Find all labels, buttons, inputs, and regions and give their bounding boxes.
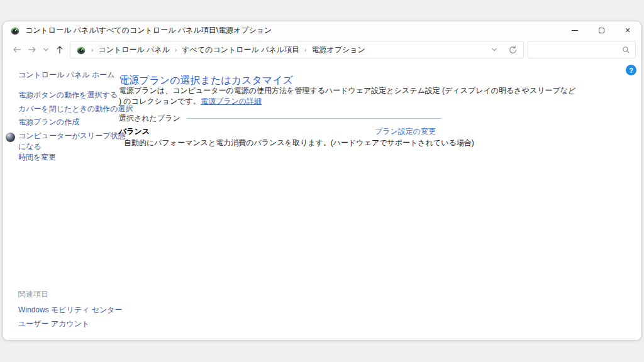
search-input[interactable]: [533, 45, 622, 54]
up-arrow-icon: [55, 45, 65, 55]
power-plan-details-link[interactable]: 電源プランの詳細: [201, 97, 262, 106]
sidebar-item-mobility-center[interactable]: Windows モビリティ センター: [18, 305, 123, 315]
minimize-icon: [572, 30, 578, 31]
breadcrumb-separator: ›: [91, 47, 93, 53]
sidebar-item-change-sleep-time[interactable]: コンピューターがスリープ状態になる 時間を変更: [18, 131, 128, 163]
power-options-icon: [76, 45, 86, 55]
search-box[interactable]: [528, 41, 636, 58]
address-bar[interactable]: › コントロール パネル › すべてのコントロール パネル項目 › 電源オプショ…: [70, 41, 524, 58]
navigation-bar: › コントロール パネル › すべてのコントロール パネル項目 › 電源オプショ…: [3, 39, 641, 60]
section-divider: [187, 118, 441, 119]
intro-text-line2: ) のコレクションです。電源プランの詳細: [119, 96, 441, 107]
window-title: コントロール パネル\すべてのコントロール パネル項目\電源オプション: [25, 25, 272, 36]
sidebar-item-user-accounts[interactable]: ユーザー アカウント: [18, 319, 89, 329]
search-icon: [622, 46, 630, 54]
forward-button[interactable]: [25, 42, 40, 57]
change-plan-settings-link[interactable]: プラン設定の変更: [375, 126, 436, 137]
address-bar-actions: [491, 45, 518, 55]
sidebar-related-header: 関連項目: [18, 289, 48, 299]
help-icon: ?: [629, 67, 633, 74]
power-sphere-icon: [6, 133, 15, 142]
forward-arrow-icon: [27, 45, 37, 55]
up-button[interactable]: [52, 42, 67, 57]
breadcrumb-all-items[interactable]: すべてのコントロール パネル項目: [182, 45, 299, 55]
sidebar-item-power-button-action[interactable]: 電源ボタンの動作を選択する: [18, 90, 118, 100]
selected-plan-header: 選択されたプラン: [119, 113, 180, 124]
breadcrumb-separator: ›: [304, 47, 306, 53]
intro-text-line1: 電源プランは、コンピューターの電源の使用方法を管理するハードウェア設定とシステム…: [119, 85, 441, 96]
minimize-button[interactable]: [562, 21, 588, 39]
breadcrumb-control-panel[interactable]: コントロール パネル: [98, 45, 170, 55]
chevron-down-icon: [42, 46, 50, 53]
back-button[interactable]: [9, 42, 25, 57]
address-dropdown-button[interactable]: [491, 46, 498, 53]
maximize-button[interactable]: [588, 21, 614, 39]
plan-description: 自動的にパフォーマンスと電力消費のバランスを取ります。(ハードウェアでサポートさ…: [124, 138, 446, 148]
intro-text: ) のコレクションです。: [119, 97, 201, 106]
sidebar-item-create-power-plan[interactable]: 電源プランの作成: [18, 117, 79, 127]
control-panel-window: コントロール パネル\すべてのコントロール パネル項目\電源オプション ×: [3, 21, 641, 341]
sidebar-item-lid-close-action[interactable]: カバーを閉じたときの動作の選択: [18, 104, 133, 114]
maximize-icon: [599, 28, 604, 33]
back-arrow-icon: [12, 45, 22, 55]
page-title: 電源プランの選択またはカスタマイズ: [119, 74, 441, 87]
window-controls: ×: [562, 21, 641, 39]
close-button[interactable]: ×: [614, 21, 641, 39]
title-bar: コントロール パネル\すべてのコントロール パネル項目\電源オプション ×: [3, 21, 641, 39]
content-area: コントロール パネル ホーム 電源ボタンの動作を選択する カバーを閉じたときの動…: [3, 60, 641, 340]
breadcrumb-power-options[interactable]: 電源オプション: [311, 45, 365, 55]
help-button[interactable]: ?: [626, 65, 636, 75]
breadcrumb-separator: ›: [175, 47, 177, 53]
recent-pages-button[interactable]: [40, 42, 52, 57]
close-icon: ×: [625, 26, 630, 35]
refresh-button[interactable]: [508, 45, 518, 55]
sidebar-item-control-panel-home[interactable]: コントロール パネル ホーム: [18, 70, 114, 80]
selected-plan-section: 選択されたプラン: [119, 113, 441, 124]
power-options-icon: [10, 25, 20, 35]
